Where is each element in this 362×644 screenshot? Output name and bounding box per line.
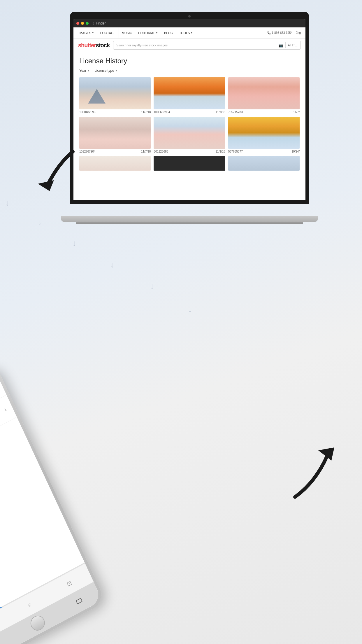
grid-image-0	[79, 77, 151, 109]
grid-image-1	[154, 77, 225, 109]
mountain-lake-image	[79, 77, 151, 109]
filter-bar: Year ▼ License type ▼	[79, 69, 300, 73]
page-title: License History	[79, 57, 300, 65]
grid-item-1[interactable]: 1006662904 11/7/18	[154, 77, 225, 114]
down-arrow-container	[29, 146, 87, 205]
license-filter-arrow: ▼	[115, 69, 118, 72]
grid-item-8[interactable]	[228, 156, 300, 171]
nav-footage[interactable]: FOOTAGE	[97, 27, 119, 38]
grid-image-8	[228, 156, 300, 171]
search-bar[interactable]: Search for royalty-free stock images 📷 A…	[113, 41, 301, 50]
grid-image-4	[154, 117, 225, 149]
nav-phone: 📞 1-866-663-3954 Eng	[265, 31, 303, 34]
page-content: License History Year ▼ License type ▼	[73, 52, 305, 200]
bg-arrow-4: ↓	[110, 260, 114, 270]
bg-arrow-3: ↓	[72, 239, 76, 248]
grid-id-0: 1060482593	[79, 111, 96, 114]
nav-tools[interactable]: TOOLS ▼	[176, 27, 196, 38]
year-filter[interactable]: Year ▼	[79, 69, 90, 73]
phone-screen: 9:41 ● ● ● #765715783	[0, 368, 102, 644]
download-icon-1[interactable]: ↓	[3, 406, 8, 413]
browser-titlebar:  Finder	[73, 19, 305, 27]
grid-item-6[interactable]	[79, 156, 151, 171]
grid-meta-3: 1012767904 11/7/18	[79, 150, 151, 153]
grid-date-2: 11/7/	[293, 111, 300, 114]
grid-id-2: 765715783	[228, 111, 243, 114]
laptop-base	[61, 216, 318, 222]
grid-item-0[interactable]: 1060482593 11/7/18	[79, 77, 151, 114]
folder-nav-icon: ⊡	[66, 579, 73, 588]
partial-image-2	[154, 156, 225, 171]
logo-stock: stock	[96, 42, 110, 48]
search-type: All Im...	[288, 44, 298, 47]
year-filter-arrow: ▼	[87, 69, 90, 72]
grid-image-3	[79, 117, 151, 149]
svg-marker-0	[38, 180, 54, 191]
phone-list-item-1[interactable]: #706944724 Standard license ↓	[0, 395, 17, 480]
titlebar-minimize[interactable]	[81, 22, 84, 25]
laptop-screen-outer:  Finder IMAGES ▼ FOOTAGE MUSIC	[70, 12, 309, 204]
grid-item-7[interactable]	[154, 156, 225, 171]
nav-music[interactable]: MUSIC	[119, 27, 135, 38]
grid-id-1: 1006662904	[154, 111, 170, 114]
camera-icon: 📷	[278, 43, 283, 48]
phone-item-info-1: #706944724 Standard license	[0, 407, 3, 459]
bg-arrow-5: ↓	[150, 281, 154, 291]
grid-item-5[interactable]: 567635377 10/24/	[228, 117, 300, 153]
partial-image-1	[79, 156, 151, 171]
grid-image-5	[228, 117, 300, 149]
grid-meta-2: 765715783 11/7/	[228, 111, 300, 114]
titlebar-maximize[interactable]	[86, 22, 89, 25]
nav-images[interactable]: IMAGES ▼	[76, 27, 97, 38]
grid-meta-0: 1060482593 11/7/18	[79, 111, 151, 114]
nav-images-arrow: ▼	[92, 32, 94, 34]
site-nav: IMAGES ▼ FOOTAGE MUSIC EDITORIAL ▼ BLOG	[73, 27, 305, 38]
phone-nav-folder[interactable]: ⊡	[66, 579, 73, 588]
down-arrow-svg	[29, 146, 87, 204]
grid-id-5: 567635377	[228, 150, 243, 153]
grid-meta-1: 1006662904 11/7/18	[154, 111, 225, 114]
grid-item-3[interactable]: 1012767904 11/7/18	[79, 117, 151, 153]
grid-item-4[interactable]: 501125683 11/1/18	[154, 117, 225, 153]
nav-editorial[interactable]: EDITORIAL ▼	[135, 27, 161, 38]
up-arrow-container	[280, 444, 339, 504]
grid-meta-4: 501125683 11/1/18	[154, 150, 225, 153]
grid-date-0: 11/7/18	[141, 111, 151, 114]
flamingos-group-image	[79, 117, 151, 149]
laptop-camera	[188, 15, 191, 18]
laptop-foot	[76, 222, 303, 224]
phone-icon: 📞	[267, 31, 271, 34]
titlebar-label:  Finder	[93, 21, 106, 26]
nav-editorial-arrow: ▼	[156, 32, 158, 34]
shutterstock-logo: shutterstock	[78, 42, 110, 49]
titlebar-close[interactable]	[76, 22, 79, 25]
flamingos-sunset-image	[154, 77, 225, 109]
search-divider	[285, 42, 286, 48]
phone-nav-search[interactable]: ⌕	[27, 601, 32, 608]
grid-meta-5: 567635377 10/24/	[228, 150, 300, 153]
flamingo-water-image	[228, 117, 300, 149]
search-placeholder: Search for royalty-free stock images	[116, 43, 276, 47]
grid-date-5: 10/24/	[291, 150, 300, 153]
grid-image-2	[228, 77, 300, 109]
nav-language[interactable]: Eng	[296, 31, 301, 34]
bg-arrow-2: ↓	[38, 217, 42, 227]
grid-image-7	[154, 156, 225, 171]
home-button[interactable]	[28, 613, 47, 633]
nav-square-icon[interactable]	[76, 598, 83, 604]
image-grid: 1060482593 11/7/18 1006662904 11/7/18	[79, 77, 300, 171]
partial-image-3	[228, 156, 300, 171]
nav-blog[interactable]: BLOG	[161, 27, 176, 38]
apple-icon: 	[93, 21, 94, 26]
phone-list: #765715783 Standard license ··· ↓	[0, 373, 17, 480]
grid-item-2[interactable]: 765715783 11/7/	[228, 77, 300, 114]
titlebar-app-name: Finder	[96, 21, 106, 25]
flamingo-pair-image	[154, 117, 225, 149]
license-type-filter[interactable]: License type ▼	[94, 69, 117, 73]
phone-item-actions-1: ↓	[3, 406, 8, 413]
grid-id-4: 501125683	[154, 150, 168, 153]
laptop-screen:  Finder IMAGES ▼ FOOTAGE MUSIC	[73, 19, 305, 200]
bg-arrow-6: ↓	[188, 305, 192, 314]
browser-window:  Finder IMAGES ▼ FOOTAGE MUSIC	[73, 19, 305, 200]
phone-device: 9:41 ● ● ● #765715783	[0, 405, 122, 644]
